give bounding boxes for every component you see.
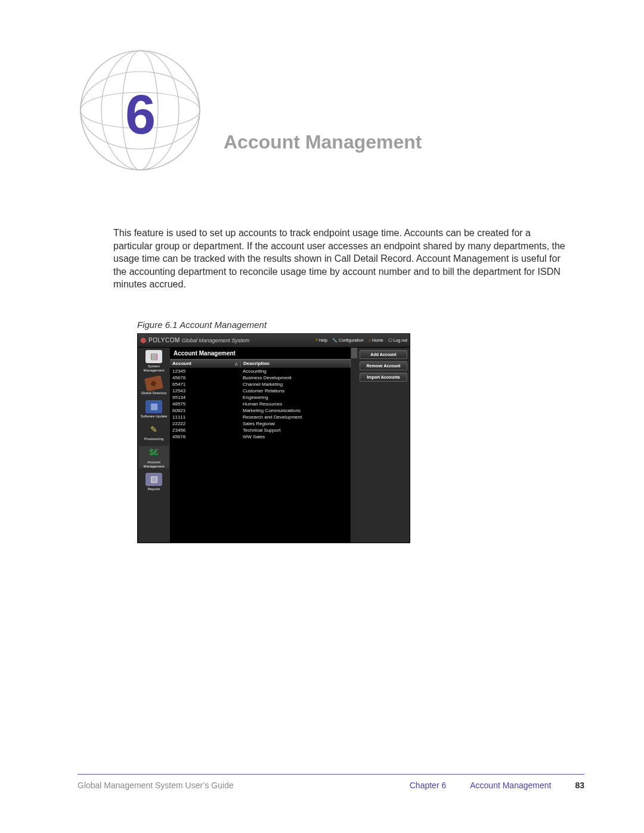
panel-title: Account Management bbox=[170, 348, 351, 359]
cell-account: 45678 bbox=[170, 374, 240, 381]
table-row[interactable]: 45678WW Sales bbox=[170, 433, 351, 440]
body-paragraph: This feature is used to set up accounts … bbox=[113, 227, 572, 291]
app-window: ⬢ POLYCOM Global Management System ? Hel… bbox=[137, 333, 410, 543]
sort-ascending-icon: △ bbox=[235, 361, 238, 366]
page-footer: Global Management System User’s Guide Ch… bbox=[78, 781, 584, 790]
cell-description: Sales Regional bbox=[240, 420, 351, 427]
footer-page-number: 83 bbox=[575, 781, 584, 790]
cell-description: Marketing Communications bbox=[240, 407, 351, 414]
sidebar-item-reports[interactable]: ▧ Reports bbox=[139, 473, 169, 491]
footer-section: Account Management bbox=[470, 781, 551, 790]
table-row[interactable]: 11111Research and Development bbox=[170, 414, 351, 420]
table-row[interactable]: 65471Channel Marketing bbox=[170, 381, 351, 388]
table-row[interactable]: 12543Customer Relations bbox=[170, 388, 351, 394]
footer-guide-title: Global Management System User’s Guide bbox=[78, 781, 410, 790]
home-icon: ⌂ bbox=[369, 338, 371, 342]
chapter-header: 6 Account Management bbox=[78, 48, 584, 203]
table-row[interactable]: 22222Sales Regional bbox=[170, 420, 351, 427]
cell-description: Research and Development bbox=[240, 414, 351, 420]
reports-icon: ▧ bbox=[145, 473, 162, 486]
cell-account: 22222 bbox=[170, 420, 240, 427]
sidebar-item-label: Provisioning bbox=[139, 437, 169, 441]
table-row[interactable]: 23456Technical Support bbox=[170, 427, 351, 433]
chapter-number: 6 bbox=[125, 83, 156, 146]
sidebar-item-label: Reports bbox=[139, 487, 169, 491]
account-management-icon: $£ bbox=[145, 446, 162, 459]
configuration-link[interactable]: 🔧 Configuration bbox=[332, 338, 364, 343]
sidebar-item-global-directory[interactable]: ◆ Global Directory bbox=[139, 377, 169, 395]
cell-account: 60821 bbox=[170, 407, 240, 414]
sidebar-item-label: Account Management bbox=[139, 460, 169, 468]
provisioning-icon: ✎ bbox=[145, 423, 162, 436]
cell-description: Customer Relations bbox=[240, 388, 351, 394]
table-header: Account △ Description bbox=[170, 359, 351, 368]
sidebar-item-account-management[interactable]: $£ Account Management bbox=[139, 446, 169, 468]
polycom-logo-icon: ⬢ bbox=[140, 336, 146, 345]
global-directory-icon: ◆ bbox=[144, 375, 163, 391]
configuration-label: Configuration bbox=[339, 338, 364, 342]
figure-caption: Figure 6.1 Account Management bbox=[137, 320, 584, 330]
chapter-title: Account Management bbox=[224, 131, 422, 153]
cell-account: 65471 bbox=[170, 381, 240, 388]
software-update-icon: ▦ bbox=[145, 400, 162, 413]
footer-chapter: Chapter 6 bbox=[410, 781, 446, 790]
logout-label: Log out bbox=[394, 338, 407, 342]
table-row[interactable]: 12345Accounting bbox=[170, 368, 351, 374]
sidebar-item-label: System Management bbox=[139, 364, 169, 372]
footer-rule bbox=[78, 774, 584, 775]
column-header-account-label: Account bbox=[172, 361, 191, 366]
sidebar-item-system-management[interactable]: ▤ System Management bbox=[139, 350, 169, 372]
cell-account: 45678 bbox=[170, 433, 240, 440]
sidebar-item-software-update[interactable]: ▦ Software Update bbox=[139, 400, 169, 419]
cell-description: Accounting bbox=[240, 368, 351, 374]
sidebar-item-provisioning[interactable]: ✎ Provisioning bbox=[139, 423, 169, 441]
app-sidebar: ▤ System Management ◆ Global Directory ▦… bbox=[138, 348, 170, 543]
action-panel: Add Account Remove Account Import Accoun… bbox=[357, 348, 410, 543]
cell-account: 12345 bbox=[170, 368, 240, 374]
wrench-icon: 🔧 bbox=[332, 338, 338, 343]
table-row[interactable]: 45678Business Development bbox=[170, 374, 351, 381]
app-titlebar: ⬢ POLYCOM Global Management System ? Hel… bbox=[138, 334, 410, 348]
table-row[interactable]: 60821Marketing Communications bbox=[170, 407, 351, 414]
cell-account: 95134 bbox=[170, 394, 240, 401]
import-accounts-button[interactable]: Import Accounts bbox=[360, 373, 407, 382]
logout-link[interactable]: 🖵 Log out bbox=[388, 338, 407, 342]
column-header-description[interactable]: Description bbox=[241, 360, 351, 367]
document-page: 6 Account Management This feature is use… bbox=[0, 0, 644, 833]
cell-description: Technical Support bbox=[240, 427, 351, 433]
cell-account: 23456 bbox=[170, 427, 240, 433]
table-row[interactable]: 95134Engineering bbox=[170, 394, 351, 401]
account-table-panel: Account Management Account △ Description… bbox=[170, 348, 351, 543]
column-header-description-label: Description bbox=[243, 361, 270, 366]
cell-account: 48575 bbox=[170, 401, 240, 407]
cell-account: 11111 bbox=[170, 414, 240, 420]
add-account-button[interactable]: Add Account bbox=[360, 350, 407, 359]
cell-description: WW Sales bbox=[240, 433, 351, 440]
help-icon: ? bbox=[315, 338, 318, 342]
system-management-icon: ▤ bbox=[145, 350, 162, 363]
table-body: 12345Accounting45678Business Development… bbox=[170, 368, 351, 543]
help-label: Help bbox=[319, 338, 327, 342]
cell-description: Business Development bbox=[240, 374, 351, 381]
remove-account-button[interactable]: Remove Account bbox=[360, 361, 407, 370]
vertical-scrollbar[interactable] bbox=[351, 348, 357, 543]
cell-description: Engineering bbox=[240, 394, 351, 401]
column-header-account[interactable]: Account △ bbox=[170, 360, 241, 367]
cell-description: Channel Marketing bbox=[240, 381, 351, 388]
cell-account: 12543 bbox=[170, 388, 240, 394]
system-name: Global Management System bbox=[182, 337, 250, 343]
home-label: Home bbox=[372, 338, 383, 342]
table-row[interactable]: 48575Human Resources bbox=[170, 401, 351, 407]
sidebar-item-label: Global Directory bbox=[139, 391, 169, 395]
brand-text: POLYCOM bbox=[148, 337, 180, 343]
app-main: Account Management Account △ Description… bbox=[170, 348, 410, 543]
home-link[interactable]: ⌂ Home bbox=[369, 338, 383, 342]
sidebar-item-label: Software Update bbox=[139, 414, 169, 419]
logout-icon: 🖵 bbox=[388, 338, 392, 342]
cell-description: Human Resources bbox=[240, 401, 351, 407]
help-link[interactable]: ? Help bbox=[315, 338, 327, 342]
